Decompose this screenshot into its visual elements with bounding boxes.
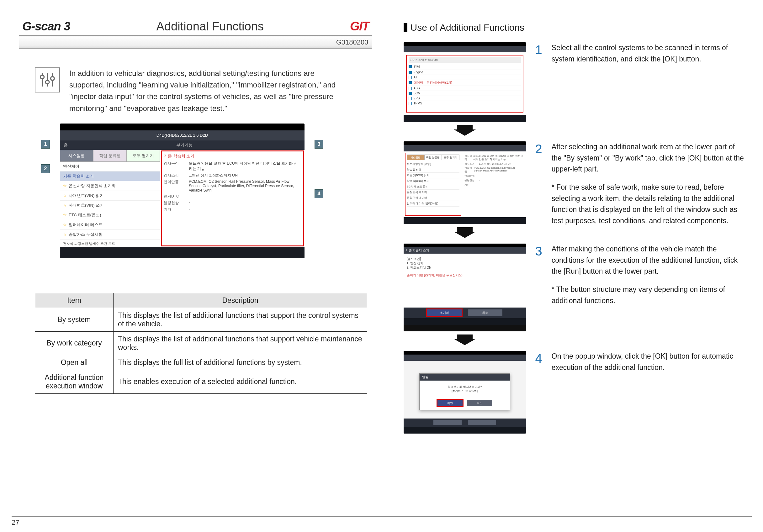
down-arrow-icon (454, 227, 476, 239)
callout-1: 1 (41, 140, 50, 149)
svg-marker-7 (454, 227, 476, 238)
screenshot-main: 1 2 3 4 D4D(RHD)/2012/2L 1.6 D2D 홈 부가기능 … (41, 124, 323, 258)
table-row: By work category This displays the list … (35, 331, 367, 355)
doc-code: G3180203 (19, 35, 372, 49)
step-text: After selecting an additional work item … (552, 141, 744, 226)
table-row: By system This displays the list of addi… (35, 308, 367, 331)
step-text: After making the conditions of the vehic… (552, 244, 744, 306)
step-number: 4 (535, 352, 542, 365)
step-number: 1 (535, 44, 542, 56)
callout-3: 3 (315, 140, 323, 149)
step4-thumbnail: 알림 학습 초기화 하시겠습니까? [초기화 시간: 약 5초] 확인 취소 (404, 351, 526, 434)
step-1: 진단시스템 선택(4/20) 전체 Engine AT 에어백 – 운전석에어백… (404, 42, 744, 141)
git-logo: GIT (350, 19, 369, 33)
menu-item[interactable]: ☆사대변호(VIN) 읽기 (60, 191, 160, 201)
detail-title: 기존 학습치 소거 (164, 153, 301, 159)
step-text: Select all the control systems to be sca… (552, 42, 744, 64)
subbar-center: 부가기능 (68, 142, 301, 148)
step-4: 알림 학습 초기화 하시겠습니까? [초기화 시간: 약 5초] 확인 취소 (404, 351, 744, 434)
step-number: 2 (535, 143, 542, 155)
thumb1-header: 진단시스템 선택(4/20) (409, 57, 521, 63)
subbar-left: 홈 (64, 142, 68, 148)
svg-point-5 (51, 77, 54, 80)
popup-title: 알림 (420, 374, 510, 380)
popup-dialog: 알림 학습 초기화 하시겠습니까? [초기화 시간: 약 5초] 확인 취소 (419, 373, 510, 410)
section-title: Use of Additional Functions (404, 22, 744, 33)
menu-item-selected[interactable]: 기존 학습치 소거 (60, 171, 160, 181)
ok-button[interactable]: 확인 (437, 400, 463, 406)
step-2: 시스템별 작업 분류별 모두 펼치기 옵션사양등록(수동) 학습값 리셋 학습값… (404, 141, 744, 244)
svg-marker-6 (454, 125, 476, 136)
step-text: On the popup window, click the [OK] butt… (552, 351, 744, 373)
left-column: G-scan 3 Additional Functions GIT G31802… (19, 19, 372, 508)
section-title-text: Use of Additional Functions (410, 22, 525, 33)
popup-body: 학습 초기화 하시겠습니까? [초기화 시간: 약 5초] (420, 380, 510, 397)
manual-page: G-scan 3 Additional Functions GIT G31802… (0, 0, 763, 532)
page-number: 27 (12, 516, 752, 527)
callout-4: 4 (315, 189, 323, 198)
step-3: 기존 학습치 소거 [검사조건] 1. 엔진 정지 2. 점화스위치 ON 준비… (404, 244, 744, 351)
table-head-item: Item (35, 293, 114, 308)
table-row: Additional function execution window Thi… (35, 370, 367, 393)
sliders-icon (35, 67, 60, 92)
function-menu: 엔진제어 기존 학습치 소거 ☆옵션사양 자동인식 초기화 ☆사대변호(VIN)… (60, 162, 160, 258)
intro-paragraph: In addition to vehicular diagnostics, ad… (69, 67, 345, 114)
header-row: G-scan 3 Additional Functions GIT (19, 19, 372, 35)
right-column: Use of Additional Functions 진단시스템 선택(4/2… (391, 19, 744, 508)
down-arrow-icon (454, 125, 476, 137)
menu-item[interactable]: ☆ETC 테스트(옵션) (60, 210, 160, 220)
cancel-button[interactable]: 취소 (468, 309, 502, 316)
device-titlebar: D4D(RHD)/2012/2L 1.6 D2D (60, 130, 304, 141)
svg-point-1 (41, 75, 44, 79)
title-bar-icon (404, 23, 407, 32)
callout-2: 2 (41, 164, 50, 173)
cancel-button[interactable]: 취소 (467, 400, 492, 406)
table-row: Open all This displays the full list of … (35, 355, 367, 370)
step2-thumbnail: 시스템별 작업 분류별 모두 펼치기 옵션사양등록(수동) 학습값 리셋 학습값… (404, 141, 526, 224)
menu-item[interactable]: ☆알터네이터 테스트 (60, 220, 160, 230)
detail-pane: 기존 학습치 소거 검사목적모듈과 인용을 교환 후 ECU에 저장된 이전 데… (161, 151, 304, 247)
tab-open-all[interactable]: 모두 펼치기 (127, 150, 160, 162)
gscan-logo-suffix: 3 (64, 20, 70, 33)
tab-by-work[interactable]: 작업 분류별 (93, 150, 126, 162)
description-table: Item Description By system This displays… (35, 293, 367, 394)
page-title: Additional Functions (157, 20, 264, 33)
step-number: 3 (535, 245, 542, 258)
gscan-logo: G-scan 3 (22, 20, 70, 33)
run-button[interactable]: 초기화 (427, 309, 462, 316)
menu-item[interactable]: ☆옵션사양 자동인식 초기화 (60, 181, 160, 191)
menu-item[interactable]: 엔진제어 (60, 162, 160, 171)
tab-by-system[interactable]: 시스템별 (60, 150, 93, 162)
step3-thumbnail: 기존 학습치 소거 [검사조건] 1. 엔진 정지 2. 점화스위치 ON 준비… (404, 244, 526, 331)
svg-point-3 (46, 80, 49, 84)
table-head-desc: Description (114, 293, 367, 308)
gscan-logo-text: G-scan (22, 20, 61, 33)
step1-thumbnail: 진단시스템 선택(4/20) 전체 Engine AT 에어백 – 운전석에어백… (404, 42, 526, 122)
down-arrow-icon (454, 335, 476, 346)
menu-item[interactable]: ☆자대변호(VIN) 쓰기 (60, 201, 160, 210)
menu-item[interactable]: ☆증발가스 누설시험 (60, 230, 160, 240)
svg-marker-8 (454, 335, 476, 345)
